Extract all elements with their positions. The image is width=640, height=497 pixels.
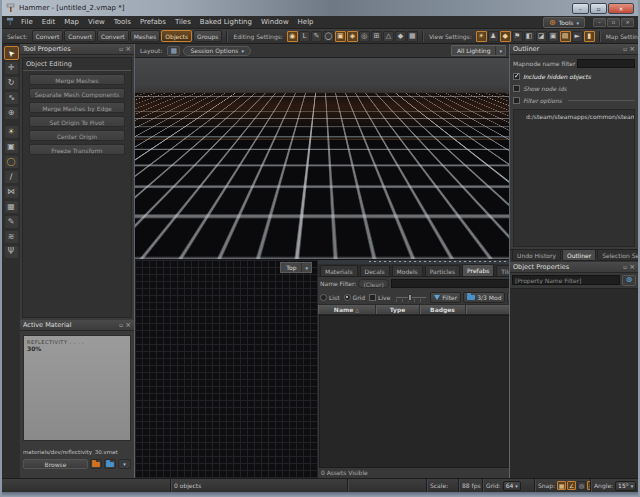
viewport-3d[interactable]	[135, 58, 509, 260]
menu-item-tiles[interactable]: Tiles	[175, 18, 191, 26]
close-icon[interactable]	[629, 263, 635, 271]
tab-prefabs[interactable]: Prefabs	[462, 264, 494, 276]
lighting-mode-button[interactable]: All Lighting	[451, 45, 506, 56]
menu-item-map[interactable]: Map	[64, 18, 79, 26]
edit-pivot-button[interactable]: ✎	[311, 31, 322, 42]
pin-icon[interactable]	[623, 45, 627, 53]
column-badges[interactable]: Badges	[420, 305, 466, 314]
menu-item-prefabs[interactable]: Prefabs	[140, 18, 166, 26]
foliage-tool[interactable]: Ψ	[4, 245, 19, 259]
pick-material-button[interactable]	[104, 459, 116, 469]
block-tool[interactable]: ▣	[4, 140, 19, 154]
grid-spacing-button[interactable]: ⊞	[371, 31, 382, 42]
gamepad-button[interactable]: ▦	[407, 31, 418, 42]
local-space-button[interactable]: L	[299, 31, 310, 42]
clear-filter-button[interactable]: (Clear)	[358, 279, 388, 288]
pivot-mode-button[interactable]: △	[383, 31, 394, 42]
convert-2-button[interactable]: Convert	[64, 30, 96, 42]
viewport-2d-top[interactable]: Top	[135, 260, 318, 478]
translate-tool[interactable]: ✛	[4, 61, 19, 75]
live-checkbox[interactable]	[369, 294, 376, 301]
displacement-tool[interactable]: ≋	[4, 230, 19, 244]
property-filter-input[interactable]	[512, 275, 620, 285]
quick-run-button[interactable]: ▮	[584, 31, 595, 42]
axis-gizmo-button[interactable]: ◉	[287, 31, 298, 42]
menu-item-help[interactable]: Help	[298, 18, 314, 26]
properties-gear-button[interactable]	[622, 275, 636, 286]
material-options-dropdown[interactable]	[118, 459, 131, 469]
tools-menu-button[interactable]: Tools	[543, 17, 585, 28]
grid-size-dropdown[interactable]: 64	[503, 481, 521, 491]
show-player-start-button[interactable]: ♟	[488, 31, 499, 42]
snap-to-grid-toggle[interactable]: ▦	[557, 481, 566, 490]
mirror-tool[interactable]: ⋈	[4, 185, 19, 199]
entity-tool[interactable]: ☀	[4, 125, 19, 139]
mdi-minimize-button[interactable]	[593, 18, 606, 27]
outliner-tree[interactable]: d:/steam/steamapps/common/steamvr/tools/…	[513, 109, 635, 247]
layout-grid-icon[interactable]	[167, 46, 180, 56]
lasso-tool[interactable]: ◯	[4, 155, 19, 169]
column-type[interactable]: Type	[376, 305, 420, 314]
scale-tool[interactable]: ↔	[4, 91, 19, 105]
slider-thumb[interactable]	[408, 294, 412, 301]
show-node-ids-checkbox[interactable]: Show node ids	[513, 83, 635, 94]
select-tool[interactable]: ➤	[4, 46, 19, 60]
paint-tool[interactable]: ✎	[4, 215, 19, 229]
texture-lock-button[interactable]: ▣	[335, 31, 346, 42]
soft-selection-button[interactable]: ◯	[323, 31, 334, 42]
filter-button[interactable]: Filter	[430, 292, 461, 303]
session-options-button[interactable]: Session Options	[183, 46, 250, 56]
minimize-button[interactable]	[572, 3, 589, 14]
menu-item-window[interactable]: Window	[261, 18, 289, 26]
angle-dropdown[interactable]: 15°	[615, 481, 636, 491]
tab-models[interactable]: Models	[392, 265, 423, 276]
show-materials-button[interactable]: ◪	[536, 31, 547, 42]
list-radio[interactable]	[320, 294, 327, 301]
pin-icon[interactable]	[119, 321, 123, 329]
snap-rotation-toggle[interactable]: ∠	[567, 481, 576, 490]
menu-item-baked-lighting[interactable]: Baked Lighting	[200, 18, 252, 26]
pin-icon[interactable]	[623, 263, 627, 271]
instance-mode-button[interactable]: ◆	[395, 31, 406, 42]
tp-button-separate-mesh-components[interactable]: Separate Mesh Components	[29, 88, 125, 99]
column-name[interactable]: Name	[318, 305, 376, 314]
groups-button[interactable]: Groups	[193, 30, 222, 42]
show-flags-button[interactable]: ⚑	[512, 31, 523, 42]
show-models-button[interactable]: ▣	[548, 31, 559, 42]
include-hidden-objects-checkbox[interactable]: Include hidden objects	[513, 71, 635, 82]
tp-button-freeze-transform[interactable]: Freeze Transform	[29, 144, 125, 155]
filter-options-checkbox[interactable]: Filter options	[513, 95, 635, 106]
mdi-close-button[interactable]	[621, 18, 634, 27]
tab-undo-history[interactable]: Undo History	[512, 250, 561, 261]
show-collision-button[interactable]: ◧	[524, 31, 535, 42]
show-lighting-button[interactable]: ☀	[476, 31, 487, 42]
convert-3-button[interactable]: Convert	[97, 30, 129, 42]
close-icon[interactable]	[125, 45, 131, 53]
clip-tool[interactable]: ∕	[4, 170, 19, 184]
mdi-restore-button[interactable]	[607, 18, 620, 27]
snap-zoom-toggle[interactable]: ◎	[577, 481, 586, 490]
show-volumes-button[interactable]: ▤	[560, 31, 571, 42]
grid-radio[interactable]	[344, 294, 351, 301]
browse-button[interactable]: Browse	[23, 459, 88, 469]
rotate-tool[interactable]: ↻	[4, 76, 19, 90]
objects-button[interactable]: Objects	[161, 30, 192, 42]
tp-button-merge-meshes[interactable]: Merge Meshes	[29, 74, 125, 85]
apply-material-button[interactable]	[90, 459, 102, 469]
run-map-button[interactable]: ►	[572, 31, 583, 42]
tree-item[interactable]: d:/steam/steamapps/common/steamvr/tools/…	[514, 110, 634, 120]
maximize-button[interactable]	[590, 3, 607, 14]
magnet-snap-button[interactable]: ◎	[359, 31, 370, 42]
thumbnail-size-slider[interactable]	[396, 293, 426, 302]
tab-particles[interactable]: Particles	[425, 265, 460, 276]
close-icon[interactable]	[125, 321, 131, 329]
close-button[interactable]	[608, 3, 634, 14]
tab-selection-sets[interactable]: Selection Sets	[597, 250, 640, 261]
menu-item-edit[interactable]: Edit	[42, 18, 56, 26]
tile-tool[interactable]: ▦	[4, 200, 19, 214]
menu-item-file[interactable]: File	[21, 18, 33, 26]
show-entities-button[interactable]: ◆	[500, 31, 511, 42]
tab-materials[interactable]: Materials	[320, 265, 358, 276]
uniform-snap-button[interactable]: ◈	[347, 31, 358, 42]
titlebar[interactable]: Hammer - [untitled_2.vmap *]	[2, 0, 638, 16]
